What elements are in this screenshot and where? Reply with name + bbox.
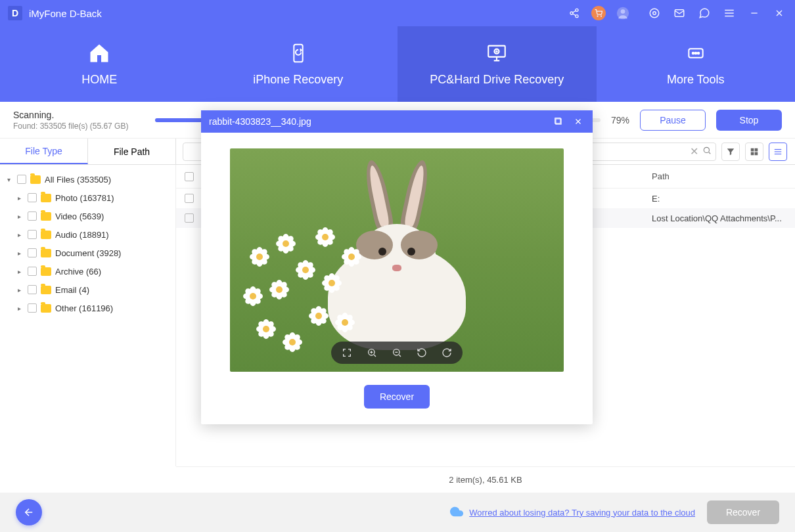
preview-toolbar (331, 342, 463, 364)
category-sidebar: ▾All Files (353505) ▸Photo (163781) ▸Vid… (0, 165, 176, 466)
folder-icon (41, 194, 51, 202)
checkbox[interactable] (28, 285, 37, 294)
svg-line-48 (399, 355, 401, 357)
maximize-icon[interactable] (552, 115, 565, 128)
tree-document[interactable]: ▸Document (3928) (0, 244, 175, 262)
folder-icon (41, 286, 51, 294)
cloud-icon (449, 504, 464, 521)
tree-email[interactable]: ▸Email (4) (0, 280, 175, 299)
zoom-in-icon[interactable] (365, 346, 378, 359)
preview-image (230, 148, 564, 372)
status-bar: 2 item(s), 45.61 KB (176, 466, 795, 493)
chevron-right-icon[interactable]: ▸ (14, 213, 24, 220)
checkbox[interactable] (28, 248, 37, 257)
home-icon (87, 41, 111, 65)
svg-point-5 (597, 16, 598, 16)
folder-icon (41, 249, 51, 257)
checkbox[interactable] (185, 213, 194, 223)
select-all-checkbox[interactable] (185, 172, 194, 181)
folder-icon (41, 304, 51, 313)
close-preview-icon[interactable] (572, 115, 585, 128)
folder-icon (41, 231, 51, 239)
nav-pc-recovery[interactable]: PC&Hard Drive Recovery (398, 26, 597, 102)
nav-iphone-recovery[interactable]: iPhone Recovery (199, 26, 398, 102)
tree-audio[interactable]: ▸Audio (18891) (0, 225, 175, 244)
chevron-right-icon[interactable]: ▸ (14, 250, 24, 257)
checkbox[interactable] (185, 194, 194, 203)
svg-line-29 (709, 152, 711, 154)
list-view-button[interactable] (769, 143, 787, 161)
svg-rect-32 (751, 152, 754, 155)
image-preview-modal: rabbit-4303823__340.jpg Recover (201, 110, 593, 424)
chevron-right-icon[interactable]: ▸ (14, 194, 24, 202)
tree-photo[interactable]: ▸Photo (163781) (0, 188, 175, 207)
monitor-icon (486, 41, 508, 65)
svg-point-10 (650, 9, 659, 18)
share-icon[interactable] (566, 5, 582, 21)
minimize-icon[interactable] (746, 5, 762, 21)
svg-point-2 (576, 15, 578, 18)
zoom-out-icon[interactable] (390, 346, 403, 359)
nav-more-tools[interactable]: More Tools (597, 26, 796, 102)
title-bar: D iMyFone D-Back (0, 0, 795, 26)
nav-home[interactable]: HOME (0, 26, 199, 102)
chevron-right-icon[interactable]: ▸ (14, 231, 24, 238)
preview-recover-button[interactable]: Recover (364, 385, 430, 409)
app-logo: D (8, 6, 22, 20)
folder-icon (41, 267, 51, 276)
column-header-path[interactable]: Path (644, 171, 795, 181)
svg-point-25 (692, 53, 694, 55)
tree-video[interactable]: ▸Video (5639) (0, 207, 175, 225)
chevron-right-icon[interactable]: ▸ (14, 286, 24, 294)
search-icon[interactable] (702, 146, 712, 158)
cloud-promo-link[interactable]: Worred about losing data? Try saving you… (449, 504, 695, 521)
pause-button[interactable]: Pause (640, 110, 706, 131)
filter-button[interactable] (721, 143, 740, 161)
svg-point-0 (576, 9, 578, 11)
recover-button[interactable]: Recover (707, 500, 779, 524)
chevron-right-icon[interactable]: ▸ (14, 305, 24, 312)
settings-icon[interactable] (647, 5, 662, 21)
checkbox[interactable] (28, 267, 37, 276)
svg-point-27 (697, 53, 699, 55)
folder-icon (30, 175, 41, 184)
chevron-right-icon[interactable]: ▸ (14, 268, 24, 275)
checkbox[interactable] (28, 303, 37, 313)
svg-rect-30 (751, 148, 754, 151)
svg-point-23 (497, 51, 497, 51)
tree-all-files[interactable]: ▾All Files (353505) (0, 170, 175, 188)
phone-icon (288, 41, 309, 65)
stop-button[interactable]: Stop (716, 110, 782, 131)
tab-file-path[interactable]: File Path (88, 139, 176, 164)
checkbox[interactable] (28, 230, 37, 239)
help-icon[interactable] (696, 5, 712, 21)
main-nav: HOME iPhone Recovery PC&Hard Drive Recov… (0, 26, 795, 102)
chevron-down-icon[interactable]: ▾ (4, 176, 13, 183)
footer: Worred about losing data? Try saving you… (0, 493, 795, 532)
tree-archive[interactable]: ▸Archive (66) (0, 262, 175, 280)
grid-view-button[interactable] (745, 143, 763, 161)
tab-file-type[interactable]: File Type (0, 139, 88, 164)
back-button[interactable] (16, 499, 42, 525)
tree-other[interactable]: ▸Other (161196) (0, 299, 175, 317)
svg-point-26 (694, 53, 696, 55)
rotate-right-icon[interactable] (440, 346, 453, 359)
menu-icon[interactable] (721, 5, 737, 21)
feedback-icon[interactable] (671, 5, 687, 21)
clear-search-icon[interactable]: ✕ (690, 145, 698, 158)
scan-status-text: Scanning. (13, 110, 145, 120)
checkbox[interactable] (28, 193, 37, 202)
progress-percent: 79% (611, 115, 629, 125)
svg-line-3 (573, 11, 576, 12)
checkbox[interactable] (28, 211, 37, 221)
rotate-left-icon[interactable] (415, 346, 428, 359)
svg-rect-31 (755, 148, 758, 151)
checkbox[interactable] (17, 175, 26, 184)
svg-point-9 (653, 12, 656, 15)
app-title: iMyFone D-Back (29, 8, 102, 19)
svg-point-8 (621, 9, 625, 14)
cart-icon[interactable] (591, 6, 606, 20)
fullscreen-icon[interactable] (340, 346, 353, 359)
close-icon[interactable] (771, 5, 787, 21)
user-icon[interactable] (615, 5, 631, 21)
